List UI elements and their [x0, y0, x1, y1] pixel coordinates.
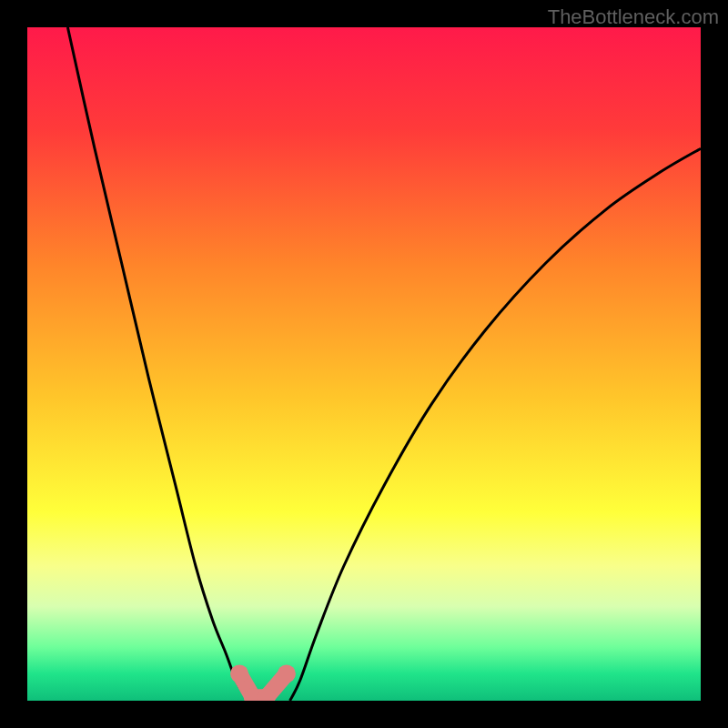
trough-markers [230, 664, 296, 701]
curve-layer [27, 27, 701, 701]
curve-left [67, 27, 249, 701]
trough-dot [278, 664, 296, 682]
chart-frame: TheBottleneck.com [0, 0, 728, 728]
curve-right [290, 148, 701, 701]
plot-area [27, 27, 701, 701]
trough-dot [230, 664, 248, 682]
watermark-text: TheBottleneck.com [548, 5, 719, 29]
